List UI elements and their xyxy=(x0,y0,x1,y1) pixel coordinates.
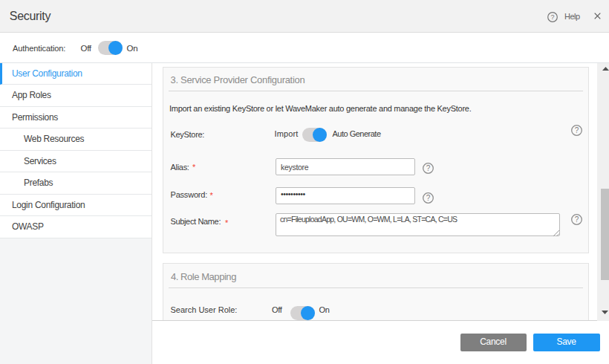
svg-text:?: ? xyxy=(575,126,579,134)
svg-text:?: ? xyxy=(426,194,431,202)
svg-text:?: ? xyxy=(426,164,431,172)
svg-text:?: ? xyxy=(575,215,579,224)
svg-text:?: ? xyxy=(550,13,554,21)
